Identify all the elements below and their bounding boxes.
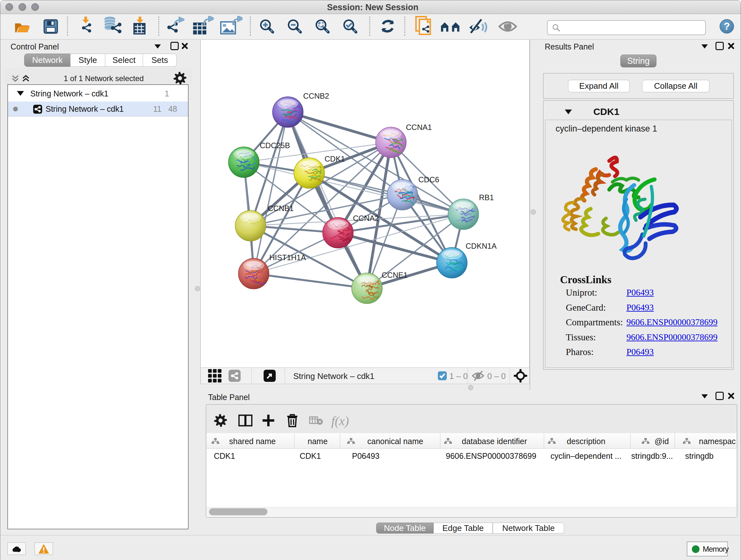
svg-text:CDC6: CDC6 — [418, 175, 439, 184]
svg-text:CCNB1: CCNB1 — [268, 204, 293, 212]
svg-text:CCNA2: CCNA2 — [353, 214, 379, 223]
svg-text:CCNE1: CCNE1 — [382, 271, 408, 279]
svg-text:HIST1H1A: HIST1H1A — [269, 253, 306, 262]
svg-text:CDKN1A: CDKN1A — [466, 242, 496, 250]
svg-text:RB1: RB1 — [479, 193, 494, 202]
svg-text:CDC25B: CDC25B — [260, 141, 290, 150]
svg-text:CCNA1: CCNA1 — [406, 123, 432, 132]
svg-text:CCNB2: CCNB2 — [303, 91, 329, 100]
svg-text:CDK1: CDK1 — [325, 154, 345, 163]
